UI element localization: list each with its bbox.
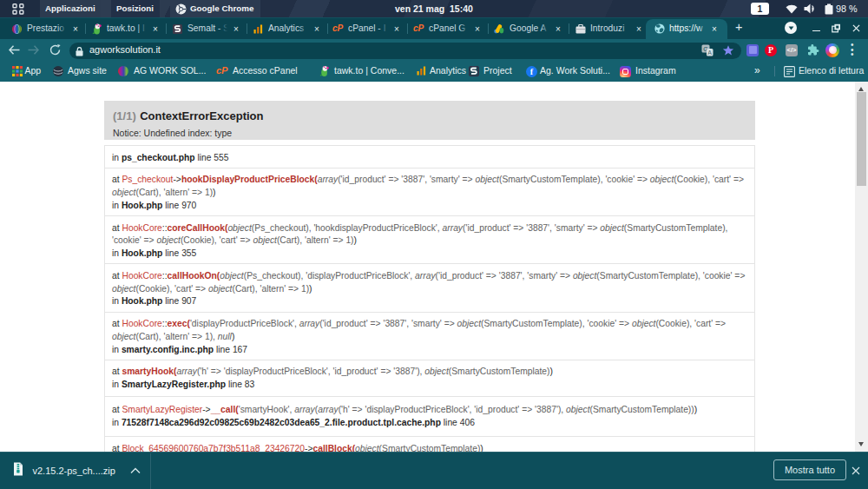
svg-text:A: A <box>707 50 712 56</box>
